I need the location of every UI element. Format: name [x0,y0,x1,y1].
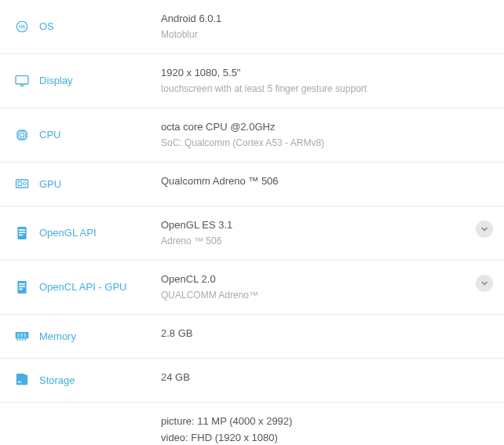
spec-row: OSOSAndroid 6.0.1Motoblur [0,0,504,53]
svg-text:OS: OS [19,24,26,29]
memory-icon [14,328,30,344]
label-cell: Back camera [0,403,153,445]
display-icon [14,73,30,89]
spec-row: Back camerapicture: 11 MP (4000 x 2992)v… [0,402,504,445]
spec-row: CPUocta core CPU @2.0GHzSoC: Qualcomm (C… [0,108,504,162]
spec-label[interactable]: OpenGL API [39,227,97,239]
svg-rect-35 [17,334,20,337]
expand-button[interactable] [476,275,493,292]
value-cell: picture: 11 MP (4000 x 2992)video: FHD (… [153,403,504,445]
spec-row: Display1920 x 1080, 5.5"touchscreen with… [0,53,504,108]
opengl-icon [14,225,30,241]
value-cell: 24 GB [153,359,504,402]
value-cell: OpenGL ES 3.1Adreno ™ 506 [153,206,504,260]
spec-label[interactable]: Memory [39,330,76,342]
opencl-icon [14,279,30,295]
gpu-icon [14,176,30,191]
value-content: picture: 11 MP (4000 x 2992)video: FHD (… [161,414,493,445]
label-cell: GPU [0,162,153,206]
svg-rect-5 [18,131,26,139]
label-cell: Memory [0,315,153,358]
svg-rect-25 [19,235,23,236]
value-cell: OpenCL 2.0QUALCOMM Adreno™ [153,261,504,314]
spec-secondary: QUALCOMM Adreno™ [161,288,476,303]
spec-primary: OpenGL ES 3.1 [161,217,476,234]
svg-rect-27 [19,283,25,285]
svg-rect-33 [22,339,24,341]
svg-rect-24 [19,232,25,233]
label-cell: OSOS [0,0,153,53]
value-cell: 1920 x 1080, 5.5"touchscreen with at lea… [153,54,504,108]
spec-row: Storage24 GB [0,358,504,402]
spec-row: OpenGL APIOpenGL ES 3.1Adreno ™ 506 [0,206,504,260]
spec-label[interactable]: GPU [39,178,61,190]
value-content: octa core CPU @2.0GHzSoC: Qualcomm (Cort… [161,119,493,151]
svg-rect-28 [19,286,25,287]
value-content: Qualcomm Adreno ™ 506 [161,173,493,190]
value-content: OpenGL ES 3.1Adreno ™ 506 [161,217,476,249]
svg-rect-29 [19,289,23,290]
svg-rect-38 [16,375,27,385]
spec-table: OSOSAndroid 6.0.1MotoblurDisplay1920 x 1… [0,0,504,445]
expand-button[interactable] [476,221,493,238]
svg-rect-6 [20,133,24,137]
spec-primary: Qualcomm Adreno ™ 506 [161,173,493,190]
spec-label[interactable]: Storage [39,374,75,386]
value-cell: Qualcomm Adreno ™ 506 [153,162,504,206]
value-content: 24 GB [161,370,493,386]
value-content: OpenCL 2.0QUALCOMM Adreno™ [161,272,476,303]
label-cell: CPU [0,108,153,162]
svg-rect-20 [18,182,21,186]
spec-primary: 2.8 GB [161,326,493,342]
svg-rect-37 [24,334,27,337]
spec-primary: octa core CPU @2.0GHz [161,119,493,136]
value-content: Android 6.0.1Motoblur [161,11,493,42]
svg-point-21 [23,182,26,185]
svg-rect-2 [16,76,28,84]
spec-secondary: SoC: Qualcomm (Cortex A53 - ARMv8) [161,136,493,151]
svg-rect-23 [19,229,25,231]
os-icon: OS [14,19,30,35]
spec-line: picture: 11 MP (4000 x 2992) [161,414,493,430]
storage-icon [14,372,30,388]
svg-rect-32 [20,339,21,341]
spec-label[interactable]: OpenCL API - GPU [39,281,127,293]
svg-rect-36 [20,334,23,337]
label-cell: OpenCL API - GPU [0,261,153,314]
spec-line: video: FHD (1920 x 1080) [161,430,493,445]
spec-row: GPUQualcomm Adreno ™ 506 [0,162,504,206]
svg-rect-39 [17,381,21,383]
spec-primary: OpenCL 2.0 [161,272,476,288]
cpu-icon [14,127,30,143]
label-cell: Display [0,54,153,108]
spec-label[interactable]: OS [39,20,54,32]
svg-rect-31 [16,339,18,341]
spec-label[interactable]: CPU [39,129,60,140]
value-content: 2.8 GB [161,326,493,342]
spec-primary: 24 GB [161,370,493,386]
spec-row: OpenCL API - GPUOpenCL 2.0QUALCOMM Adren… [0,260,504,314]
label-cell: OpenGL API [0,206,153,260]
spec-row: Memory2.8 GB [0,314,504,358]
value-cell: Android 6.0.1Motoblur [153,0,504,53]
spec-label[interactable]: Display [39,75,73,86]
value-cell: 2.8 GB [153,315,504,358]
value-cell: octa core CPU @2.0GHzSoC: Qualcomm (Cort… [153,108,504,162]
spec-primary: Android 6.0.1 [161,11,493,27]
spec-secondary: touchscreen with at least 5 finger gestu… [161,82,493,97]
value-content: 1920 x 1080, 5.5"touchscreen with at lea… [161,65,493,97]
label-cell: Storage [0,359,153,402]
spec-secondary: Adreno ™ 506 [161,234,476,249]
spec-primary: 1920 x 1080, 5.5" [161,65,493,82]
spec-secondary: Motoblur [161,27,493,42]
svg-rect-34 [24,339,26,341]
